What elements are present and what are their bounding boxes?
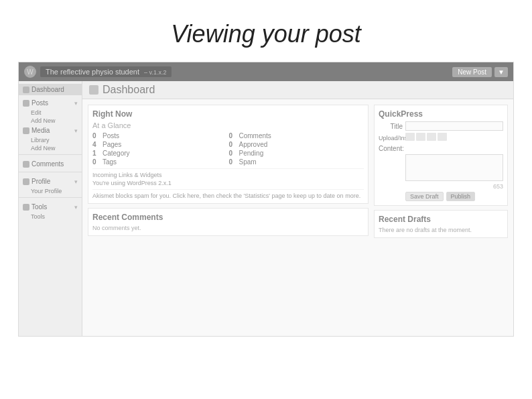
wp-screenshot: W The reflective physio student – v.1.x.… xyxy=(18,62,514,337)
sidebar-subitem-tools[interactable]: Tools xyxy=(19,213,82,221)
rn-category: 1 Category xyxy=(92,150,228,157)
qp-video-icon[interactable] xyxy=(416,133,425,141)
sidebar-subitem-edit[interactable]: Edit xyxy=(19,109,82,117)
page-title-area: Viewing your post xyxy=(0,0,532,62)
recent-drafts-empty: There are no drafts at the moment. xyxy=(379,227,503,233)
dashboard-icon xyxy=(23,87,29,93)
rn-pending: 0 Pending xyxy=(229,150,364,157)
qp-content-label: Content: xyxy=(379,145,403,152)
rn-approved: 0 Approved xyxy=(229,141,364,148)
rn-wp-version: You're using WordPress 2.x.1 xyxy=(92,180,364,186)
sidebar-subitem-your-profile[interactable]: Your Profile xyxy=(19,187,82,195)
sidebar-item-tools[interactable]: Tools ▾ xyxy=(19,201,82,213)
wp-adminbar-right: New Post ▼ xyxy=(452,67,508,77)
recent-comments-section: Recent Comments No comments yet. xyxy=(88,208,369,236)
wp-content-body: Right Now At a Glance 0 Posts 0 Comments xyxy=(82,99,513,334)
sidebar-subitem-library[interactable]: Library xyxy=(19,136,82,144)
right-now-title: Right Now xyxy=(92,109,364,119)
tools-icon xyxy=(23,204,29,211)
qp-save-draft-button[interactable]: Save Draft xyxy=(405,192,444,201)
qp-media-icon[interactable] xyxy=(438,133,447,141)
rn-akismet: Akismet blocks spam for you. Click here,… xyxy=(92,192,364,199)
quickpress-title: QuickPress xyxy=(379,109,503,119)
content-header-title: Dashboard xyxy=(103,84,155,96)
rn-divider2 xyxy=(92,189,364,190)
sidebar-item-media[interactable]: Media ▾ xyxy=(19,125,82,136)
comments-icon xyxy=(23,161,29,168)
sidebar-item-dashboard[interactable]: Dashboard xyxy=(19,84,82,95)
recent-drafts-title: Recent Drafts xyxy=(379,215,503,224)
wp-content-header: Dashboard xyxy=(82,81,513,99)
recent-comments-title: Recent Comments xyxy=(92,213,364,222)
sidebar-subitem-add-new-post[interactable]: Add New xyxy=(19,117,82,125)
wp-right-col: QuickPress Title Upload/Insert xyxy=(374,105,508,329)
recent-drafts-section: Recent Drafts There are no drafts at the… xyxy=(374,210,508,238)
wp-left-col: Right Now At a Glance 0 Posts 0 Comments xyxy=(88,105,369,329)
qp-publish-button[interactable]: Publish xyxy=(446,192,476,201)
wp-adminbar: W The reflective physio student – v.1.x.… xyxy=(19,62,513,81)
qp-audio-icon[interactable] xyxy=(427,133,436,141)
quickpress-section: QuickPress Title Upload/Insert xyxy=(374,105,508,206)
media-icon xyxy=(23,127,29,134)
wp-sidebar: Dashboard Posts ▾ Edit Add New Media ▾ L… xyxy=(19,81,82,336)
qp-title-label: Title xyxy=(379,123,403,130)
qp-counter: 653 xyxy=(379,183,503,190)
right-now-section: Right Now At a Glance 0 Posts 0 Comments xyxy=(88,105,369,204)
wp-content: Dashboard Right Now At a Glance 0 Posts xyxy=(82,81,513,336)
right-now-grid: 0 Posts 0 Comments 4 Pages xyxy=(92,132,364,166)
qp-image-icon[interactable] xyxy=(405,133,415,141)
rn-posts: 0 Posts xyxy=(92,132,228,139)
sidebar-subitem-add-new-media[interactable]: Add New xyxy=(19,144,82,152)
posts-icon xyxy=(23,100,29,107)
page-title: Viewing your post xyxy=(0,20,532,48)
new-post-button[interactable]: New Post xyxy=(452,67,492,77)
qp-title-row: Title xyxy=(379,121,503,131)
house-icon xyxy=(89,85,98,95)
rn-comments: 0 Comments xyxy=(229,132,364,139)
rn-spam: 0 Spam xyxy=(229,158,364,166)
new-post-arrow-button[interactable]: ▼ xyxy=(494,67,508,77)
sidebar-item-profile[interactable]: Profile ▾ xyxy=(19,176,82,187)
qp-media-icons xyxy=(405,133,447,141)
qp-title-input[interactable] xyxy=(405,121,503,131)
rn-theme-notice: Incoming Links & Widgets xyxy=(92,172,364,178)
qp-buttons: Save Draft Publish xyxy=(405,192,503,201)
wp-logo-icon: W xyxy=(24,66,36,78)
wp-main: Dashboard Posts ▾ Edit Add New Media ▾ L… xyxy=(19,81,513,336)
sidebar-item-comments[interactable]: Comments xyxy=(19,158,82,170)
qp-upload-label: Upload/Insert xyxy=(379,135,403,141)
qp-content-row: Content: xyxy=(379,145,503,152)
profile-icon xyxy=(23,178,29,185)
wp-site-name[interactable]: The reflective physio student – v.1.x.2 xyxy=(40,66,172,77)
rn-divider xyxy=(92,168,364,169)
qp-upload-row: Upload/Insert xyxy=(379,133,503,143)
recent-comments-empty: No comments yet. xyxy=(92,225,364,231)
at-a-glance-label: At a Glance xyxy=(92,121,364,129)
sidebar-item-posts[interactable]: Posts ▾ xyxy=(19,97,82,109)
rn-tags: 0 Tags xyxy=(92,158,228,166)
qp-content-textarea[interactable] xyxy=(405,154,503,181)
rn-pages: 4 Pages xyxy=(92,141,228,148)
